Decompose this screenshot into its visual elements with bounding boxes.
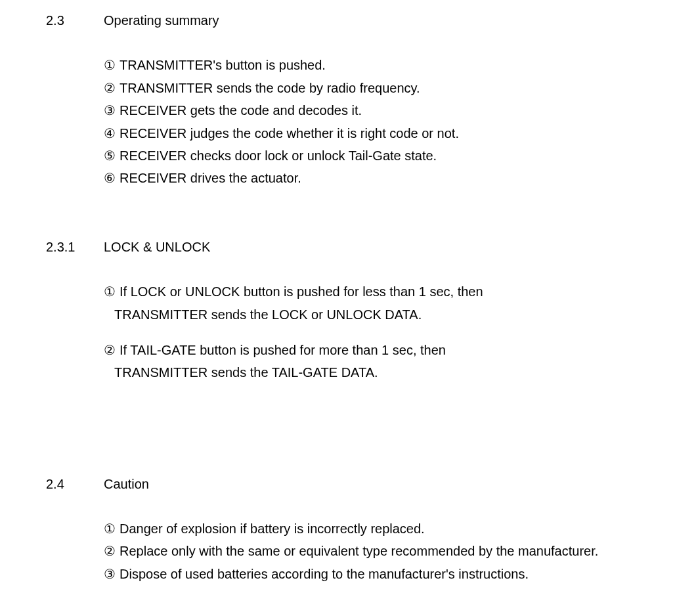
- circled-number-icon: ①: [104, 54, 116, 76]
- circled-number-icon: ②: [104, 540, 116, 562]
- list-item-text: RECEIVER judges the code whether it is r…: [120, 122, 459, 144]
- list-item-text: Dispose of used batteries according to t…: [120, 563, 529, 585]
- list-item-text: RECEIVER gets the code and decodes it.: [120, 99, 362, 121]
- list-item: ① TRANSMITTER's button is pushed.: [104, 54, 675, 76]
- circled-number-icon: ②: [104, 339, 116, 361]
- section-number: 2.3: [0, 9, 98, 32]
- section-title: Operating summary: [98, 9, 219, 32]
- list-item-text: If TAIL-GATE button is pushed for more t…: [120, 339, 446, 361]
- list-item: ① If LOCK or UNLOCK button is pushed for…: [104, 280, 675, 326]
- circled-number-icon: ①: [104, 280, 116, 303]
- list-item-text: TRANSMITTER sends the code by radio freq…: [120, 77, 420, 99]
- list-item: ② Replace only with the same or equivale…: [104, 540, 675, 562]
- list-item: ② TRANSMITTER sends the code by radio fr…: [104, 77, 675, 99]
- section-number: 2.3.1: [0, 236, 98, 258]
- list-item: ① Danger of explosion if battery is inco…: [104, 517, 675, 540]
- circled-number-icon: ⑤: [104, 144, 116, 167]
- list-item-text: Replace only with the same or equivalent…: [120, 540, 598, 562]
- list-item-text: RECEIVER drives the actuator.: [120, 167, 301, 189]
- list-item: ③ Dispose of used batteries according to…: [104, 563, 675, 585]
- list-2-4: ① Danger of explosion if battery is inco…: [0, 517, 675, 585]
- list-item: ⑥ RECEIVER drives the actuator.: [104, 167, 675, 189]
- circled-number-icon: ④: [104, 122, 116, 144]
- list-2-3-1: ① If LOCK or UNLOCK button is pushed for…: [0, 280, 675, 384]
- section-header-2-4: 2.4 Caution: [0, 473, 675, 495]
- list-item: ⑤ RECEIVER checks door lock or unlock Ta…: [104, 144, 675, 167]
- list-item: ③ RECEIVER gets the code and decodes it.: [104, 99, 675, 121]
- circled-number-icon: ③: [104, 563, 116, 585]
- circled-number-icon: ③: [104, 99, 116, 121]
- circled-number-icon: ⑥: [104, 167, 116, 189]
- list-2-3: ① TRANSMITTER's button is pushed. ② TRAN…: [0, 54, 675, 189]
- list-item: ④ RECEIVER judges the code whether it is…: [104, 122, 675, 144]
- list-item: ② If TAIL-GATE button is pushed for more…: [104, 339, 675, 384]
- section-header-2-3-1: 2.3.1 LOCK & UNLOCK: [0, 236, 675, 258]
- list-item-text: Danger of explosion if battery is incorr…: [120, 517, 425, 540]
- list-item-continuation: TRANSMITTER sends the LOCK or UNLOCK DAT…: [104, 303, 675, 326]
- circled-number-icon: ②: [104, 77, 116, 99]
- list-item-text: TRANSMITTER's button is pushed.: [120, 54, 326, 76]
- circled-number-icon: ①: [104, 517, 116, 540]
- section-header-2-3: 2.3 Operating summary: [0, 9, 675, 32]
- section-title: Caution: [98, 473, 149, 495]
- list-item-continuation: TRANSMITTER sends the TAIL-GATE DATA.: [104, 361, 675, 384]
- section-number: 2.4: [0, 473, 98, 495]
- list-item-text: If LOCK or UNLOCK button is pushed for l…: [120, 280, 483, 303]
- list-item-text: RECEIVER checks door lock or unlock Tail…: [120, 144, 437, 167]
- section-title: LOCK & UNLOCK: [98, 236, 210, 258]
